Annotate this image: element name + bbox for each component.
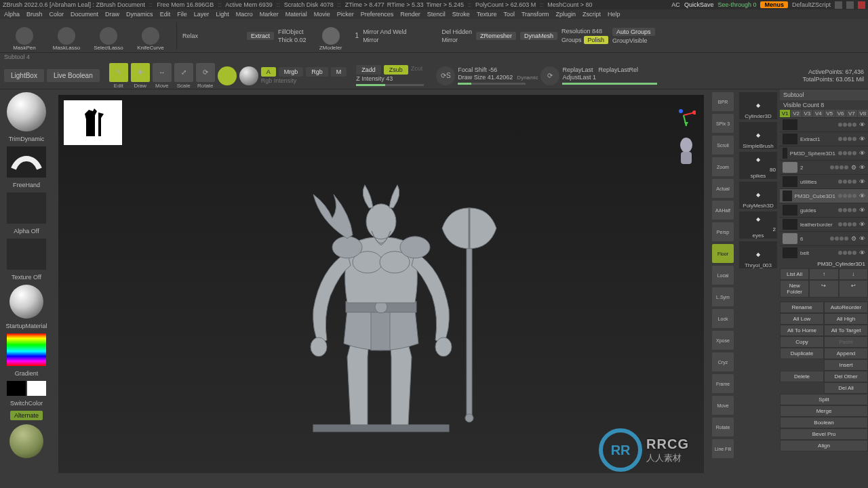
view-v5[interactable]: V5 bbox=[825, 110, 835, 117]
draw-size[interactable]: Draw Size 41.42062 bbox=[458, 74, 513, 81]
fillobject-button[interactable]: FillObject bbox=[278, 28, 307, 35]
all-to-home-button[interactable]: All To Home bbox=[780, 325, 824, 336]
menu-stencil[interactable]: Stencil bbox=[427, 11, 446, 18]
eye-icon[interactable]: 👁 bbox=[859, 221, 865, 228]
nav-move[interactable]: Move bbox=[712, 396, 734, 415]
view-v1[interactable]: V1 bbox=[780, 110, 790, 117]
folder-move-out[interactable]: ↪ bbox=[809, 280, 838, 298]
gear-icon[interactable]: ⚙ bbox=[851, 164, 856, 171]
min-icon[interactable] bbox=[835, 1, 842, 9]
copy-button[interactable]: Copy bbox=[780, 336, 824, 348]
tool-masklasso[interactable]: MaskLasso bbox=[46, 21, 87, 51]
zremesher-button[interactable]: ZRemesher bbox=[476, 32, 516, 40]
mirror-and-weld[interactable]: Mirror And Weld bbox=[363, 28, 406, 35]
resolution-label[interactable]: Resolution 848 bbox=[561, 28, 608, 35]
menu-picker[interactable]: Picker bbox=[337, 11, 354, 18]
nav-linefill[interactable]: Line Fill bbox=[712, 439, 734, 458]
brush-sphere[interactable] bbox=[7, 92, 46, 131]
nav-rotate[interactable]: Rotate bbox=[712, 418, 734, 436]
draw-mode[interactable]: ✚ bbox=[131, 63, 150, 82]
rgb[interactable]: Rgb bbox=[306, 67, 328, 77]
menu-document[interactable]: Document bbox=[71, 11, 98, 18]
swatch-white[interactable] bbox=[27, 381, 46, 396]
focal-shift[interactable]: Focal Shift -56 bbox=[458, 66, 538, 73]
swatch-black[interactable] bbox=[7, 381, 26, 396]
subtool-item[interactable]: PM3D_Cube3D1👁 bbox=[780, 188, 868, 203]
menu-alpha[interactable]: Alpha bbox=[4, 11, 20, 18]
mirror1[interactable]: Mirror bbox=[363, 37, 406, 43]
zintensity-label[interactable]: Z Intensity 43 bbox=[356, 75, 424, 82]
slot-eyes[interactable]: ◆2eyes bbox=[739, 211, 777, 239]
axis-gizmo[interactable] bbox=[671, 103, 696, 129]
gear-icon[interactable]: ⚙ bbox=[851, 235, 856, 242]
view-v2[interactable]: V2 bbox=[791, 110, 801, 117]
menu-zplugin[interactable]: Zplugin bbox=[556, 11, 576, 18]
menu-preferences[interactable]: Preferences bbox=[361, 11, 394, 18]
gizmo-toggle[interactable] bbox=[218, 66, 237, 85]
slot-cylinder3d[interactable]: ◆Cylinder3D bbox=[739, 92, 777, 119]
menu-texture[interactable]: Texture bbox=[477, 11, 497, 18]
menu-light[interactable]: Light bbox=[216, 11, 229, 18]
eye-icon[interactable]: 👁 bbox=[859, 192, 865, 199]
move-mode[interactable]: ↔ bbox=[153, 63, 172, 82]
nav-actual[interactable]: Actual bbox=[712, 179, 734, 198]
adjust-last[interactable]: AdjustLast 1 bbox=[562, 74, 657, 81]
tool-knifecurve[interactable]: KnifeCurve bbox=[130, 21, 171, 51]
merge-button[interactable]: Merge bbox=[780, 405, 868, 417]
scale-mode[interactable]: ⤢ bbox=[174, 63, 193, 82]
dynamic-label[interactable]: Dynamic bbox=[517, 75, 538, 81]
menu-file[interactable]: File bbox=[177, 11, 187, 18]
new-folder-button[interactable]: New Folder bbox=[780, 280, 809, 298]
thick-label[interactable]: Thick 0.02 bbox=[278, 37, 307, 43]
eye-icon[interactable]: 👁 bbox=[859, 164, 865, 171]
adjustlast-slider[interactable] bbox=[562, 83, 657, 85]
menu-marker[interactable]: Marker bbox=[260, 11, 279, 18]
zcut[interactable]: Zcut bbox=[411, 65, 423, 75]
quicksave-button[interactable]: QuickSave bbox=[684, 1, 714, 8]
subtool-item[interactable]: 👁 bbox=[780, 117, 868, 131]
list-all-button[interactable]: List All bbox=[780, 268, 809, 280]
del-other-button[interactable]: Del Other bbox=[824, 371, 868, 382]
del-all-button[interactable]: Del All bbox=[824, 382, 868, 394]
mrgb[interactable]: Mrgb bbox=[279, 67, 304, 77]
slot-simplebrush[interactable]: ◆SimpleBrush bbox=[739, 122, 777, 149]
nav-persp[interactable]: Persp bbox=[712, 222, 734, 241]
switch-color[interactable]: SwitchColor bbox=[10, 400, 43, 407]
all-high-button[interactable]: All High bbox=[824, 313, 868, 325]
secondary-material[interactable] bbox=[9, 424, 43, 458]
nav-floor[interactable]: Floor bbox=[712, 244, 734, 263]
nav-xpose[interactable]: Xpose bbox=[712, 331, 734, 350]
eye-icon[interactable]: 👁 bbox=[859, 235, 865, 242]
nav-spix3[interactable]: SPix 3 bbox=[712, 114, 734, 133]
all-to-target-button[interactable]: All To Target bbox=[824, 325, 868, 336]
material-sphere[interactable] bbox=[9, 285, 43, 319]
rotate-mode[interactable]: ⟳ bbox=[196, 63, 215, 82]
live-boolean-button[interactable]: Live Boolean bbox=[47, 69, 100, 82]
auto-groups-button[interactable]: Auto Groups bbox=[612, 28, 655, 36]
nav-aahalf[interactable]: AAHalf bbox=[712, 201, 734, 220]
nav-scroll[interactable]: Scroll bbox=[712, 136, 734, 155]
view-v4[interactable]: V4 bbox=[813, 110, 823, 117]
menu-help[interactable]: Help bbox=[608, 11, 620, 18]
menu-edit[interactable]: Edit bbox=[160, 11, 171, 18]
tool-maskpen[interactable]: MaskPen bbox=[4, 21, 45, 51]
subtool-item[interactable]: 6⚙👁 bbox=[780, 231, 868, 245]
menu-draw[interactable]: Draw bbox=[105, 11, 119, 18]
slot-polymesh3d[interactable]: ◆PolyMesh3D bbox=[739, 182, 777, 209]
gradient-label[interactable]: Gradient bbox=[15, 370, 39, 377]
relax-label[interactable]: Relax bbox=[182, 33, 198, 39]
close-icon[interactable] bbox=[858, 1, 865, 9]
align-button[interactable]: Align bbox=[780, 440, 868, 451]
menu-layer[interactable]: Layer bbox=[194, 11, 210, 18]
list-up-arrow[interactable]: ↑ bbox=[809, 268, 838, 280]
nav-lsym[interactable]: L.Sym bbox=[712, 287, 734, 306]
menu-color[interactable]: Color bbox=[50, 11, 64, 18]
group-visible[interactable]: GroupVisible bbox=[612, 37, 655, 44]
eye-icon[interactable]: 👁 bbox=[859, 178, 865, 185]
zadd[interactable]: Zadd bbox=[356, 65, 381, 75]
folder-move-in[interactable]: ↩ bbox=[839, 280, 868, 298]
m-only[interactable]: M bbox=[331, 67, 347, 77]
dynamesh-button[interactable]: DynaMesh bbox=[520, 32, 557, 40]
menu-transform[interactable]: Transform bbox=[521, 11, 549, 18]
edit-mode[interactable]: ✎ bbox=[109, 63, 128, 82]
